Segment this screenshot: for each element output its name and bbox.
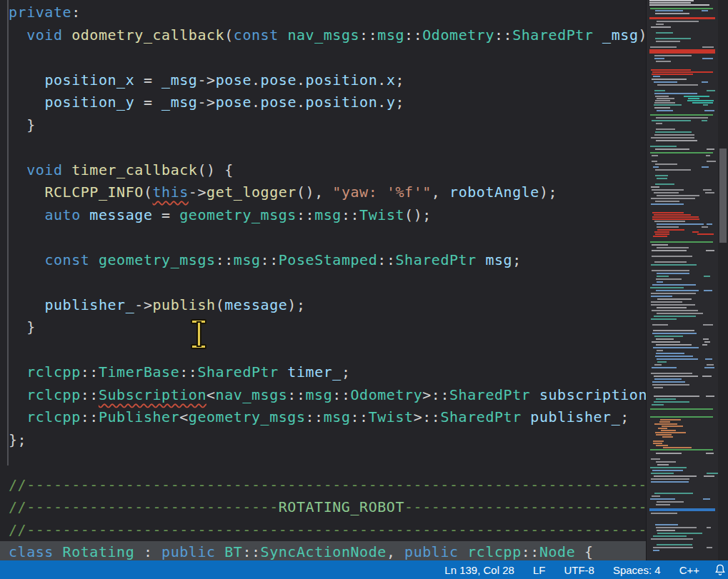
minimap-line bbox=[655, 10, 683, 11]
code-token bbox=[530, 386, 539, 403]
minimap-line bbox=[651, 186, 659, 188]
code-token: RCLCPP_INFO bbox=[44, 183, 144, 201]
code-token: -> bbox=[134, 296, 152, 313]
scrollbar-thumb[interactable] bbox=[719, 148, 727, 243]
code-line[interactable]: void odometry_callback(const nav_msgs::m… bbox=[0, 24, 647, 47]
code-token: ROTATING_ROBOT bbox=[279, 498, 404, 515]
bell-icon[interactable] bbox=[712, 563, 728, 577]
minimap-line bbox=[654, 364, 662, 366]
code-line[interactable]: position_y = _msg->pose.pose.position.y; bbox=[0, 91, 647, 114]
code-token: : bbox=[134, 543, 161, 560]
code-line[interactable]: private: bbox=[0, 1, 647, 24]
minimap-line bbox=[655, 175, 668, 176]
code-line[interactable] bbox=[0, 226, 647, 249]
minimap-line bbox=[657, 350, 663, 351]
code-line[interactable] bbox=[0, 136, 647, 159]
code-token: _msg bbox=[161, 71, 197, 89]
minimap-line bbox=[650, 498, 675, 500]
vertical-scrollbar[interactable] bbox=[718, 0, 728, 560]
code-token: ; bbox=[341, 363, 351, 381]
minimap-line bbox=[650, 241, 713, 243]
minimap-line bbox=[652, 341, 681, 343]
code-token: >:: bbox=[414, 408, 441, 426]
minimap-line bbox=[706, 453, 714, 454]
minimap-line bbox=[657, 298, 692, 300]
code-line[interactable]: rclcpp::TimerBase::SharedPtr timer_; bbox=[0, 361, 647, 384]
status-item-encoding[interactable]: UTF-8 bbox=[564, 564, 594, 576]
code-line[interactable]: } bbox=[0, 114, 647, 137]
minimap-line bbox=[655, 169, 690, 171]
code-line[interactable]: }; bbox=[0, 429, 647, 452]
code-line[interactable] bbox=[0, 271, 647, 294]
minimap[interactable] bbox=[646, 0, 718, 560]
code-line[interactable]: class Rotating : public BT::SyncActionNo… bbox=[0, 541, 647, 560]
code-token: pose bbox=[261, 71, 296, 89]
code-line[interactable]: //--------------------------------------… bbox=[0, 474, 647, 497]
code-line[interactable]: void timer_callback() { bbox=[0, 159, 647, 182]
code-line[interactable]: auto message = geometry_msgs::msg::Twist… bbox=[0, 204, 647, 227]
minimap-line bbox=[704, 367, 714, 368]
minimap-line bbox=[655, 13, 689, 14]
code-line[interactable] bbox=[0, 46, 647, 69]
code-token: } bbox=[9, 116, 36, 134]
minimap-line bbox=[652, 367, 677, 368]
code-token: :: bbox=[216, 251, 234, 268]
minimap-line bbox=[656, 123, 662, 124]
code-token: msg bbox=[324, 408, 351, 426]
code-token: -> bbox=[189, 183, 206, 201]
minimap-line bbox=[652, 71, 714, 73]
status-item-language-mode[interactable]: C++ bbox=[679, 564, 699, 576]
minimap-line bbox=[654, 81, 677, 83]
code-token: . bbox=[377, 94, 387, 111]
minimap-line bbox=[657, 307, 687, 308]
status-item-indentation[interactable]: Spaces: 4 bbox=[613, 564, 661, 576]
code-line[interactable]: rclcpp::Publisher<geometry_msgs::msg::Tw… bbox=[0, 406, 647, 429]
code-token bbox=[9, 183, 44, 201]
minimap-line bbox=[702, 10, 707, 11]
minimap-line bbox=[654, 387, 663, 388]
code-token: :: bbox=[332, 386, 350, 403]
code-token: timer_callback bbox=[71, 161, 197, 178]
code-token: :: bbox=[404, 26, 422, 44]
code-line[interactable]: publisher_->publish(message); bbox=[0, 294, 647, 317]
minimap-line bbox=[653, 535, 687, 537]
code-area[interactable]: private: void odometry_callback(const na… bbox=[0, 0, 647, 560]
minimap-line bbox=[654, 107, 670, 109]
status-item-eol-sequence[interactable]: LF bbox=[533, 564, 546, 576]
code-token: get_logger bbox=[206, 183, 296, 201]
code-line[interactable] bbox=[0, 451, 647, 474]
minimap-line bbox=[651, 293, 696, 294]
minimap-line bbox=[652, 189, 684, 191]
code-token: odometry_callback bbox=[71, 26, 224, 44]
minimap-line bbox=[650, 416, 713, 418]
code-line[interactable]: RCLCPP_INFO(this->get_logger(), "yaw: '%… bbox=[0, 181, 647, 204]
minimap-line bbox=[653, 550, 659, 551]
code-line[interactable]: const geometry_msgs::msg::PoseStamped::S… bbox=[0, 249, 647, 272]
code-line[interactable] bbox=[0, 339, 647, 362]
code-token: pose bbox=[261, 94, 296, 111]
code-token bbox=[279, 363, 288, 381]
minimap-line bbox=[703, 338, 709, 340]
code-line[interactable]: position_x = _msg->pose.pose.position.x; bbox=[0, 69, 647, 92]
code-token: void bbox=[26, 161, 62, 178]
minimap-line bbox=[652, 470, 684, 471]
code-token: . bbox=[296, 94, 306, 111]
code-line[interactable]: //----------------------------ROTATING_R… bbox=[0, 496, 647, 519]
minimap-line bbox=[656, 32, 673, 34]
minimap-line bbox=[654, 396, 700, 397]
code-token: . bbox=[251, 71, 261, 89]
code-token: msg bbox=[314, 206, 341, 223]
code-line[interactable]: } bbox=[0, 316, 647, 339]
code-token: :: bbox=[306, 408, 324, 426]
status-item-cursor-position[interactable]: Ln 139, Col 28 bbox=[444, 564, 514, 576]
code-token: :: bbox=[341, 206, 359, 223]
minimap-line bbox=[654, 104, 682, 106]
code-token: position_y bbox=[44, 94, 134, 111]
code-line[interactable]: //--------------------------------------… bbox=[0, 519, 647, 542]
vscode-editor-window: { "editor": { "background": "#242428", "… bbox=[0, 0, 728, 579]
minimap-line bbox=[704, 290, 712, 291]
code-token bbox=[522, 408, 531, 426]
code-token bbox=[89, 251, 99, 268]
code-line[interactable]: rclcpp::Subscription<nav_msgs::msg::Odom… bbox=[0, 384, 647, 407]
code-token: nav_msgs bbox=[287, 26, 359, 44]
